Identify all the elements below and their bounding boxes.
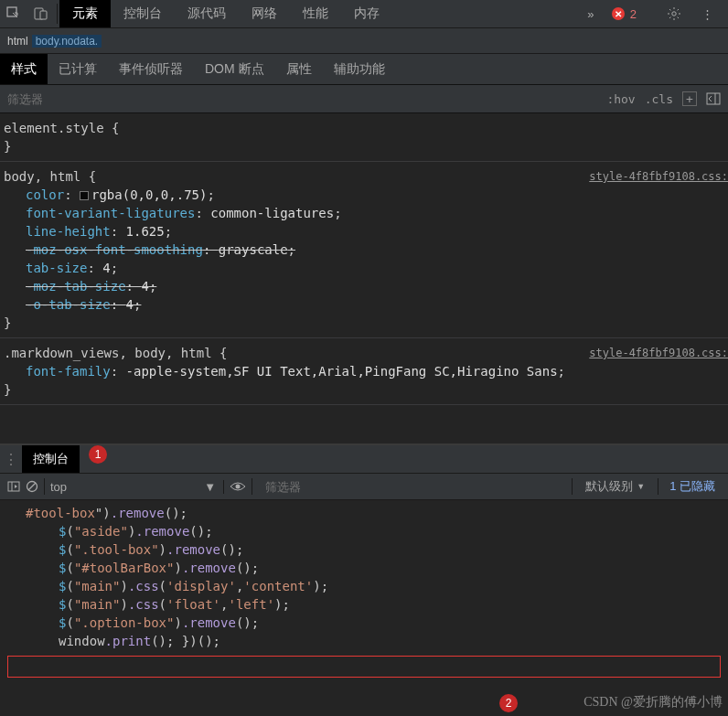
console-toolbar: top▼ 默认级别▼ 1 已隐藏	[0, 473, 728, 500]
svg-point-10	[236, 485, 241, 489]
css-declaration[interactable]: color: rgba(0,0,0,.75);	[4, 186, 728, 204]
breadcrumb-item[interactable]: body.nodata.	[32, 35, 102, 48]
eye-icon[interactable]	[230, 480, 246, 493]
css-declaration[interactable]: -moz-tab-size: 4;	[4, 277, 728, 295]
css-declaration[interactable]: -moz-osx-font-smoothing: grayscale;	[4, 240, 728, 259]
top-tab[interactable]: 网络	[239, 0, 290, 27]
gear-icon[interactable]	[660, 6, 688, 21]
annotation-badge-2: 2	[499, 694, 518, 712]
hidden-count[interactable]: 1 已隐藏	[664, 478, 721, 495]
console-output: #tool-box").remove();$("aside").remove()…	[0, 500, 728, 654]
inspect-icon[interactable]	[0, 0, 27, 27]
console-filter-input[interactable]	[258, 480, 566, 494]
chevron-down-icon: ▼	[204, 480, 216, 494]
css-declaration[interactable]: line-height: 1.625;	[4, 222, 728, 240]
console-line: $("main").css('display','content');	[26, 577, 728, 595]
more-tabs[interactable]: »	[577, 0, 605, 27]
console-line: $(".option-box").remove();	[26, 614, 728, 632]
error-badge-icon[interactable]: ✕	[612, 7, 625, 20]
css-selector[interactable]: body, html {	[4, 167, 96, 186]
hov-toggle[interactable]: :hov	[606, 92, 635, 106]
top-tabs: 元素控制台源代码网络性能内存	[59, 0, 577, 27]
css-source-link[interactable]: style-4f8fbf9108.css:	[589, 167, 728, 186]
device-toggle-icon[interactable]	[27, 0, 55, 27]
css-declaration[interactable]: tab-size: 4;	[4, 259, 728, 277]
breadcrumb: html body.nodata.	[0, 27, 728, 53]
top-tab[interactable]: 控制台	[111, 0, 175, 27]
css-declaration[interactable]: font-family: -apple-system,SF UI Text,Ar…	[4, 362, 728, 380]
log-level-selector[interactable]: 默认级别▼	[578, 478, 652, 495]
console-line: $("main").css('float','left');	[26, 595, 728, 614]
kebab-icon[interactable]: ⋮	[693, 7, 721, 21]
styles-filter-input[interactable]	[7, 92, 606, 106]
styles-subtab[interactable]: 样式	[0, 54, 48, 84]
svg-rect-2	[40, 11, 47, 19]
console-line: window.print(); })();	[26, 632, 728, 650]
styles-subtabs: 样式已计算事件侦听器DOM 断点属性辅助功能	[0, 53, 728, 84]
svg-point-3	[672, 12, 676, 16]
svg-rect-6	[8, 482, 19, 491]
css-source-link[interactable]: style-4f8fbf9108.css:	[589, 344, 728, 362]
styles-subtab[interactable]: DOM 断点	[194, 54, 275, 84]
console-line: $(".tool-box").remove();	[26, 540, 728, 559]
styles-subtab[interactable]: 事件侦听器	[108, 54, 194, 84]
drawer-tab-console[interactable]: 控制台	[22, 445, 80, 473]
console-line: $("#toolBarBox").remove();	[26, 559, 728, 577]
console-line: $("aside").remove();	[26, 522, 728, 540]
context-selector[interactable]: top▼	[50, 480, 224, 494]
top-tab[interactable]: 源代码	[175, 0, 239, 27]
breadcrumb-item[interactable]: html	[7, 35, 28, 48]
css-declaration[interactable]: -o-tab-size: 4;	[4, 295, 728, 314]
cls-toggle[interactable]: .cls	[645, 92, 673, 106]
styles-filter-bar: :hov .cls +	[0, 84, 728, 113]
console-line: #tool-box").remove();	[26, 504, 728, 522]
color-swatch-icon[interactable]	[80, 191, 89, 200]
top-tab[interactable]: 内存	[341, 0, 392, 27]
chevron-down-icon: ▼	[637, 482, 645, 491]
new-rule-button[interactable]: +	[682, 91, 697, 106]
console-input[interactable]	[7, 656, 721, 678]
watermark: CSDN @爱折腾的傅小博	[583, 694, 723, 711]
sidebar-toggle-icon[interactable]	[7, 480, 20, 493]
top-tab[interactable]: 元素	[59, 0, 111, 27]
devtools-topbar: 元素控制台源代码网络性能内存 » ✕ 2 ⋮	[0, 0, 728, 27]
top-tab[interactable]: 性能	[290, 0, 341, 27]
styles-subtab[interactable]: 辅助功能	[323, 54, 396, 84]
clear-console-icon[interactable]	[26, 480, 38, 493]
styles-pane: element.style {}body, html {style-4f8fbf…	[0, 113, 728, 405]
drag-handle-icon[interactable]: ⋮	[0, 445, 22, 473]
styles-subtab[interactable]: 属性	[275, 54, 323, 84]
css-declaration[interactable]: font-variant-ligatures: common-ligatures…	[4, 204, 728, 222]
sidebar-toggle-icon[interactable]	[706, 91, 721, 106]
svg-line-9	[28, 483, 36, 490]
console-drawer: ⋮ 控制台 1 top▼ 默认级别▼ 1 已隐藏 #tool-box").rem…	[0, 443, 728, 716]
styles-subtab[interactable]: 已计算	[48, 54, 108, 84]
error-count: 2	[630, 7, 637, 21]
css-selector[interactable]: .markdown_views, body, html {	[4, 344, 227, 362]
css-selector[interactable]: element.style {	[4, 119, 119, 137]
annotation-badge-1: 1	[89, 445, 107, 464]
